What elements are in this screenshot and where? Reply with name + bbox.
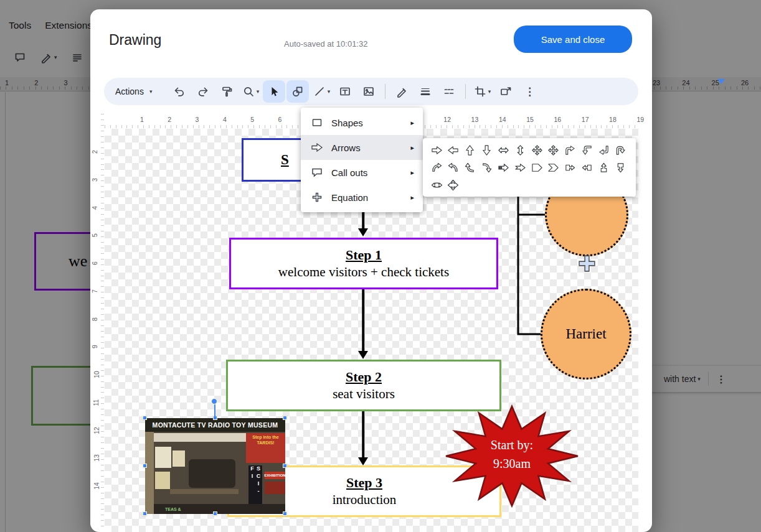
notched-right-arrow-icon[interactable] [513,161,527,174]
striped-right-arrow-icon[interactable] [496,161,511,174]
curved-down-arrow-icon[interactable] [480,161,494,174]
image-button[interactable] [357,80,380,103]
left-right-arrow-callout-icon[interactable] [429,178,444,192]
museum-poster-exhibition: EXHIBITION [265,472,285,479]
insert-cursor-icon [579,255,595,272]
bent-up-arrow-icon[interactable] [580,143,595,157]
chevron-down-icon: ▾ [257,88,260,95]
ruler-number: 14 [499,116,506,123]
ruler-number: 7 [91,289,98,293]
ruler-number: 19 [636,116,644,123]
selection-handle[interactable] [213,511,217,516]
left-right-up-arrow-icon[interactable] [546,143,561,157]
equation-icon [311,191,323,203]
step-box-1[interactable]: Step 1welcome visitors + check tickets [229,238,498,289]
down-arrow-icon[interactable] [480,143,494,157]
left-right-arrow-icon[interactable] [496,143,511,157]
menu-item-shapes[interactable]: Shapes▸ [301,110,423,135]
ruler-number: 17 [582,116,589,123]
selection-handle[interactable] [143,464,147,468]
ruler-number: 15 [526,116,534,123]
crop-button[interactable]: ▾ [471,80,493,103]
bent-arrow-icon[interactable] [563,143,578,157]
step-subtitle: seat visitors [333,386,395,403]
replace-image-button[interactable] [494,80,517,103]
shape-button[interactable] [286,80,309,103]
save-and-close-button[interactable]: Save and close [514,26,632,53]
selection-handle[interactable] [143,511,147,516]
selection-handle[interactable] [283,464,287,468]
redo-button[interactable] [192,80,214,103]
ruler-number: 2 [168,116,171,123]
ruler-number: 4 [91,206,98,210]
ruler-number: 10 [93,371,100,378]
menu-item-label: Equation [331,192,402,203]
border-color-button[interactable] [390,80,413,103]
arrows-icon [311,141,323,154]
arrows-submenu [423,138,636,197]
right-arrow-callout-icon[interactable] [563,161,578,174]
chevron-down-icon: ▾ [149,88,153,95]
selection-handle[interactable] [283,416,287,420]
u-turn-arrow-icon[interactable] [613,143,628,157]
paint-format-button[interactable] [215,80,238,103]
museum-poster [155,472,170,489]
pentagon-icon[interactable] [529,161,544,174]
image-icon [362,85,375,98]
curved-left-arrow-icon[interactable] [446,161,461,174]
starburst-shape[interactable]: Start by: 9:30am [443,403,580,509]
zoom-icon [242,85,255,98]
curved-up-arrow-icon[interactable] [463,161,478,174]
undo-button[interactable] [168,80,191,103]
border-color-icon [395,85,408,98]
ruler-number: 12 [93,427,100,434]
up-arrow-callout-icon[interactable] [596,161,611,174]
step-title: Step 2 [346,368,382,386]
line-dash-icon [443,85,455,98]
rotation-handle[interactable] [211,398,217,404]
submenu-arrow-icon: ▸ [410,194,414,202]
up-down-arrow-icon[interactable] [513,143,527,157]
ruler-number: 16 [554,116,562,123]
actions-button[interactable]: Actions▾ [109,80,158,103]
line-dash-button[interactable] [438,80,460,103]
flow-arrow-3[interactable] [358,411,368,465]
museum-curtain [154,433,246,442]
down-arrow-callout-icon[interactable] [613,161,628,174]
museum-poster-scifi: SCI-FI [248,465,262,505]
line-button[interactable]: ▾ [310,80,333,103]
menu-item-call-outs[interactable]: Call outs▸ [301,160,423,185]
harriet-circle[interactable]: Harriet [541,289,631,380]
line-weight-button[interactable] [414,80,437,103]
rotation-handle-stem [214,404,215,417]
left-arrow-callout-icon[interactable] [580,161,595,174]
museum-image[interactable]: MONTACUTE TV RADIO TOY MUSEUM Step into … [145,418,285,514]
ruler-number: 6 [278,116,282,123]
quad-arrow-icon[interactable] [529,143,544,157]
curved-right-arrow-icon[interactable] [429,161,444,174]
menu-item-arrows[interactable]: Arrows▸ [301,135,423,160]
quad-arrow-callout-icon[interactable] [446,178,461,192]
up-arrow-icon[interactable] [463,143,478,157]
select-button[interactable] [263,80,285,103]
right-arrow-icon[interactable] [429,143,444,157]
flow-arrow-2[interactable] [358,289,368,359]
zoom-button[interactable]: ▾ [239,80,262,103]
submenu-arrow-icon: ▸ [410,119,414,127]
left-up-arrow-icon[interactable] [596,143,611,157]
text-box-button[interactable] [334,80,356,103]
select-icon [268,85,280,98]
ruler-margin-marker [717,79,725,84]
selection-handle[interactable] [143,416,147,420]
selection-handle[interactable] [283,511,287,516]
left-arrow-icon[interactable] [446,143,461,157]
museum-bottom-band: TEAS & [154,504,285,514]
ruler-number: 11 [92,399,100,406]
submenu-arrow-icon: ▸ [410,144,414,152]
menu-item-label: Shapes [331,118,402,128]
step-subtitle: introduction [333,492,397,508]
menu-item-equation[interactable]: Equation▸ [301,185,423,210]
more-button[interactable]: ⋮ [518,80,541,103]
chevron-icon[interactable] [546,161,561,174]
toolbar-divider [385,84,385,99]
